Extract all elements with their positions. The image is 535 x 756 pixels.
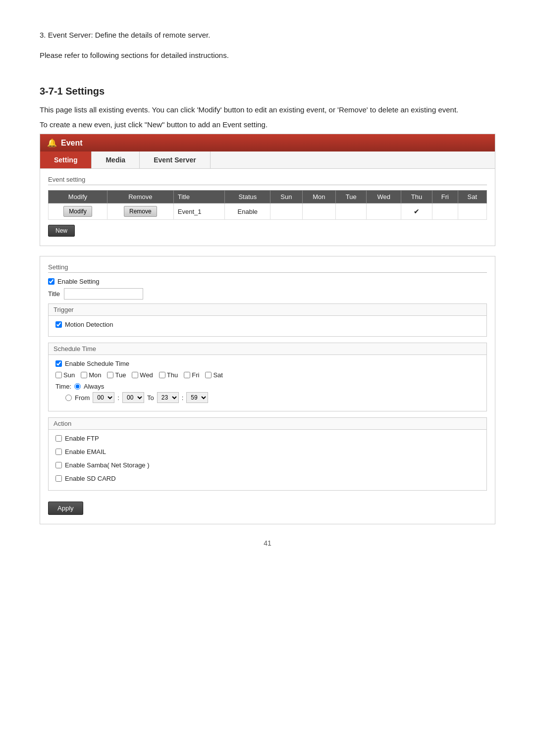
- mon-label: Mon: [89, 371, 101, 379]
- from-min-select[interactable]: 00153045: [122, 392, 144, 403]
- enable-ftp-checkbox[interactable]: [55, 435, 62, 442]
- fri-checkbox[interactable]: [184, 372, 190, 378]
- sun-label: Sun: [63, 371, 75, 379]
- from-hour-select[interactable]: 000102061218: [93, 392, 114, 403]
- enable-schedule-row: Enable Schedule Time: [55, 360, 480, 367]
- table-row: Modify Remove Event_1 Enable ✔: [49, 203, 487, 220]
- colon2: :: [182, 394, 184, 402]
- enable-setting-checkbox[interactable]: [48, 278, 54, 285]
- title-input[interactable]: [64, 288, 143, 300]
- enable-email-row: Enable EMAIL: [55, 448, 480, 455]
- wed-cell: [367, 203, 401, 220]
- col-remove: Remove: [107, 191, 173, 203]
- enable-ftp-label: Enable FTP: [65, 435, 99, 442]
- modify-button[interactable]: Modify: [63, 206, 92, 217]
- col-thu: Thu: [401, 191, 432, 203]
- to-hour-select[interactable]: 23001218: [157, 392, 179, 403]
- remove-cell[interactable]: Remove: [107, 203, 173, 220]
- motion-detection-checkbox[interactable]: [55, 321, 62, 328]
- day-fri: Fri: [184, 371, 199, 379]
- enable-setting-label: Enable Setting: [57, 278, 100, 285]
- event-title-cell: Event_1: [173, 203, 225, 220]
- thu-checkbox[interactable]: [159, 372, 165, 378]
- tue-cell: [336, 203, 367, 220]
- apply-button[interactable]: Apply: [48, 502, 83, 515]
- enable-email-label: Enable EMAIL: [65, 448, 106, 455]
- enable-sdcard-label: Enable SD CARD: [65, 475, 116, 482]
- schedule-time-label: Schedule Time: [49, 343, 486, 355]
- col-status: Status: [225, 191, 270, 203]
- enable-samba-checkbox[interactable]: [55, 462, 62, 468]
- enable-schedule-label: Enable Schedule Time: [65, 360, 129, 367]
- event-panel-header: 🔔 Event: [40, 134, 495, 151]
- to-min-select[interactable]: 5900153045: [186, 392, 208, 403]
- mon-checkbox[interactable]: [81, 372, 87, 378]
- step3-text: 3. Event Server: Define the details of r…: [40, 30, 495, 41]
- bell-icon: 🔔: [47, 138, 57, 148]
- enable-setting-row: Enable Setting: [48, 278, 487, 285]
- section-title: 3-7-1 Settings: [40, 86, 495, 97]
- fri-label: Fri: [192, 371, 199, 379]
- enable-samba-row: Enable Samba( Net Storage ): [55, 461, 480, 469]
- modify-cell[interactable]: Modify: [49, 203, 107, 220]
- mon-cell: [302, 203, 336, 220]
- thu-label: Thu: [167, 371, 178, 379]
- page-number: 41: [40, 539, 495, 547]
- sat-label: Sat: [213, 371, 223, 379]
- day-tue: Tue: [107, 371, 126, 379]
- schedule-time-section: Schedule Time Enable Schedule Time Sun M…: [48, 343, 487, 411]
- action-section: Action Enable FTP Enable EMAIL Enable Sa…: [48, 417, 487, 491]
- setting-section-label: Setting: [48, 263, 487, 273]
- fri-cell: [432, 203, 458, 220]
- enable-sdcard-checkbox[interactable]: [55, 475, 62, 482]
- sun-checkbox[interactable]: [55, 372, 62, 378]
- event-setting-label: Event setting: [48, 176, 487, 185]
- to-label: To: [147, 394, 154, 402]
- action-list: Enable FTP Enable EMAIL Enable Samba( Ne…: [55, 435, 480, 485]
- day-mon: Mon: [81, 371, 101, 379]
- wed-checkbox[interactable]: [132, 372, 138, 378]
- enable-samba-label: Enable Samba( Net Storage ): [65, 461, 150, 469]
- tabs-bar: Setting Media Event Server: [40, 151, 495, 169]
- remove-button[interactable]: Remove: [124, 206, 157, 217]
- from-label: From: [75, 394, 90, 402]
- tue-checkbox[interactable]: [107, 372, 113, 378]
- tab-media[interactable]: Media: [92, 151, 140, 168]
- time-label-row: Time: Always: [55, 383, 480, 390]
- trigger-section: Trigger Motion Detection: [48, 303, 487, 337]
- motion-detection-label: Motion Detection: [65, 321, 113, 328]
- title-label: Title: [48, 290, 60, 298]
- enable-ftp-row: Enable FTP: [55, 435, 480, 442]
- action-label: Action: [49, 418, 486, 430]
- wed-label: Wed: [140, 371, 153, 379]
- thu-cell: ✔: [401, 203, 432, 220]
- event-panel-title: Event: [61, 139, 83, 148]
- desc1: This page lists all existing events. You…: [40, 104, 495, 116]
- setting-inner: Setting Enable Setting Title Trigger Mot…: [40, 256, 495, 524]
- event-panel: 🔔 Event Setting Media Event Server Event…: [40, 134, 495, 246]
- enable-email-checkbox[interactable]: [55, 449, 62, 455]
- col-modify: Modify: [49, 191, 107, 203]
- always-label: Always: [84, 383, 104, 390]
- day-thu: Thu: [159, 371, 178, 379]
- col-mon: Mon: [302, 191, 336, 203]
- enable-schedule-checkbox[interactable]: [55, 360, 62, 367]
- from-time-row: From 000102061218 : 00153045 To 23001218…: [65, 392, 480, 403]
- from-radio[interactable]: [65, 395, 72, 401]
- refer-text: Please refer to following sections for d…: [40, 50, 495, 61]
- trigger-label: Trigger: [49, 304, 486, 316]
- tab-event-server[interactable]: Event Server: [140, 151, 211, 168]
- trigger-body: Motion Detection: [49, 316, 486, 336]
- day-wed: Wed: [132, 371, 153, 379]
- new-button[interactable]: New: [48, 225, 75, 237]
- setting-panel: Setting Enable Setting Title Trigger Mot…: [40, 256, 495, 524]
- tab-setting[interactable]: Setting: [40, 151, 92, 168]
- event-setting-section: Event setting Modify Remove Title Status…: [40, 169, 495, 246]
- col-sat: Sat: [458, 191, 486, 203]
- schedule-time-body: Enable Schedule Time Sun Mon Tue: [49, 355, 486, 411]
- always-radio[interactable]: [74, 383, 81, 390]
- action-body: Enable FTP Enable EMAIL Enable Samba( Ne…: [49, 430, 486, 490]
- status-cell: Enable: [225, 203, 270, 220]
- sat-checkbox[interactable]: [205, 372, 212, 378]
- col-title: Title: [173, 191, 225, 203]
